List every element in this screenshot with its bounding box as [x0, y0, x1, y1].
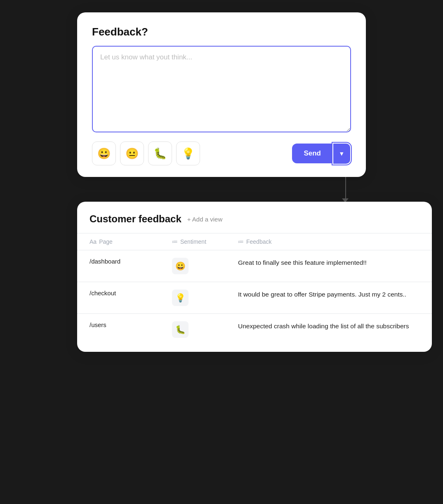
- feedback-title: Feedback?: [92, 26, 351, 38]
- cell-sentiment: 😀: [160, 250, 226, 282]
- feedback-actions: 😀😐🐛💡 Send ▾: [92, 141, 351, 165]
- cell-feedback: Great to finally see this feature implem…: [226, 250, 432, 282]
- cell-feedback: Unexpected crash while loading the list …: [226, 314, 432, 346]
- col-icon: ≔: [172, 238, 178, 245]
- col-icon: ≔: [238, 238, 244, 245]
- emoji-idea-button[interactable]: 💡: [176, 141, 200, 165]
- feedback-widget-card: Feedback? 😀😐🐛💡 Send ▾: [77, 12, 366, 177]
- chevron-down-icon: ▾: [340, 150, 344, 158]
- cell-sentiment: 🐛: [160, 314, 226, 346]
- table-row: /users🐛Unexpected crash while loading th…: [77, 314, 432, 346]
- send-group: Send ▾: [292, 143, 351, 165]
- emoji-neutral-button[interactable]: 😐: [120, 141, 144, 165]
- emoji-group: 😀😐🐛💡: [92, 141, 200, 165]
- table-row: /dashboard😀Great to finally see this fea…: [77, 250, 432, 282]
- sentiment-emoji-icon: 🐛: [172, 321, 189, 338]
- table-body: /dashboard😀Great to finally see this fea…: [77, 250, 432, 346]
- emoji-bug-button[interactable]: 🐛: [148, 141, 172, 165]
- add-view-button[interactable]: + Add a view: [187, 216, 222, 223]
- feedback-textarea[interactable]: [92, 46, 351, 132]
- table-card: Customer feedback + Add a view AaPage≔Se…: [77, 202, 432, 352]
- col-sentiment: ≔Sentiment: [160, 233, 226, 250]
- cell-feedback: It would be great to offer Stripe paymen…: [226, 282, 432, 314]
- cell-sentiment: 💡: [160, 282, 226, 314]
- table-header-row: AaPage≔Sentiment≔Feedback: [77, 233, 432, 250]
- col-icon: Aa: [90, 238, 97, 245]
- connector-line: [345, 177, 346, 200]
- col-page: AaPage: [77, 233, 160, 250]
- table-title: Customer feedback: [90, 213, 181, 225]
- send-button[interactable]: Send: [292, 144, 332, 163]
- cell-page: /checkout: [77, 282, 160, 314]
- sentiment-emoji-icon: 😀: [172, 258, 189, 274]
- feedback-table: AaPage≔Sentiment≔Feedback /dashboard😀Gre…: [77, 233, 432, 345]
- table-header: Customer feedback + Add a view: [77, 213, 432, 233]
- cell-page: /users: [77, 314, 160, 346]
- sentiment-emoji-icon: 💡: [172, 290, 189, 306]
- cell-page: /dashboard: [77, 250, 160, 282]
- emoji-happy-button[interactable]: 😀: [92, 141, 116, 165]
- table-row: /checkout💡It would be great to offer Str…: [77, 282, 432, 314]
- col-feedback: ≔Feedback: [226, 233, 432, 250]
- send-dropdown-button[interactable]: ▾: [332, 143, 351, 165]
